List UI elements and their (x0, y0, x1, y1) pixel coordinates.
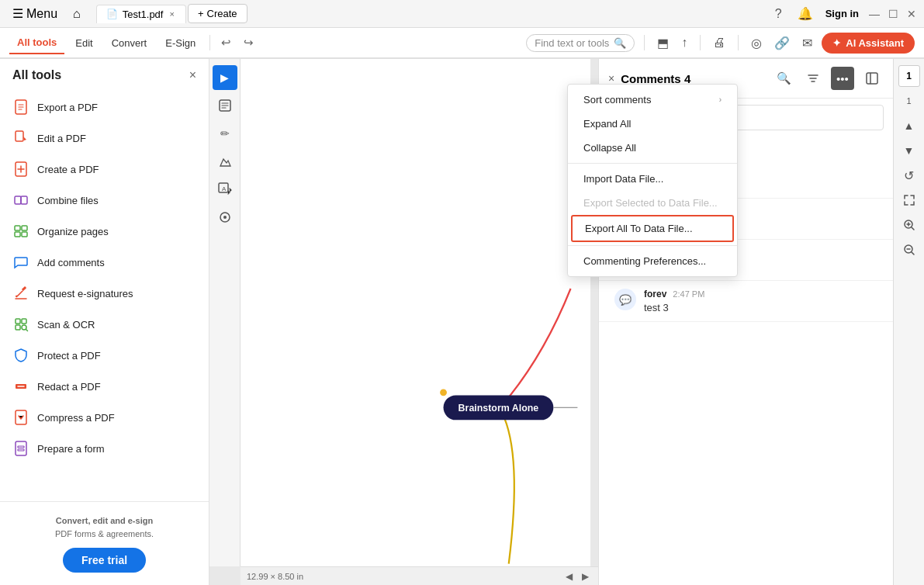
sidebar-list: Export a PDF Edit a PDF Create a PDF Com… (0, 88, 209, 501)
edit-pdf-label: Edit a PDF (37, 133, 86, 144)
combine-icon (12, 192, 29, 209)
canvas-tool-shape[interactable] (213, 149, 237, 174)
close-button[interactable]: ✕ (905, 8, 918, 20)
sidebar-item-create-pdf[interactable]: Create a PDF (0, 154, 209, 185)
sidebar-footer-text: Convert, edit and e-sign PDF forms & agr… (12, 514, 196, 540)
dropdown-commenting-prefs[interactable]: Commenting Preferences... (568, 249, 737, 273)
toolbar-separator-2 (644, 35, 645, 50)
find-tools-input[interactable]: Find text or tools 🔍 (526, 34, 635, 52)
refresh-button[interactable]: ↺ (898, 164, 920, 186)
comments-panel-toggle[interactable] (860, 67, 884, 90)
free-trial-button[interactable]: Free trial (63, 548, 146, 573)
sidebar-item-organize[interactable]: Organize pages (0, 216, 209, 247)
tab-close-button[interactable]: × (168, 9, 175, 19)
sign-in-button[interactable]: Sign in (825, 8, 859, 19)
dropdown-sort-comments[interactable]: Sort comments › (568, 88, 737, 112)
tab-test1pdf[interactable]: 📄 Test1.pdf × (96, 5, 186, 23)
canvas-tool-draw[interactable]: ✏ (213, 121, 237, 146)
sidebar-item-scan-ocr[interactable]: Scan & OCR (0, 309, 209, 340)
protect-icon (12, 347, 29, 364)
maximize-button[interactable]: ☐ (887, 8, 899, 20)
canvas-content[interactable]: Brainstorm Alone (241, 59, 598, 566)
title-bar-right: ? 🔔 Sign in — ☐ ✕ (772, 3, 918, 24)
sidebar-item-esign[interactable]: Request e-signatures (0, 278, 209, 309)
canvas-toolbar: ▶ ✏ A (209, 59, 241, 566)
email-icon[interactable]: ✉ (799, 33, 815, 54)
dropdown-collapse-all[interactable]: Collapse All (568, 136, 737, 160)
print-icon[interactable]: 🖨 (710, 33, 728, 53)
zoom-out-button[interactable] (898, 239, 920, 261)
menu-button[interactable]: ☰ Menu (6, 3, 64, 24)
link-icon[interactable]: 🔗 (771, 33, 793, 54)
sidebar-item-edit-pdf[interactable]: Edit a PDF (0, 123, 209, 154)
undo-button[interactable]: ↩ (216, 33, 236, 52)
canvas-next-button[interactable]: ▶ (579, 570, 592, 583)
zoom-in-button[interactable] (898, 214, 920, 236)
svg-text:A: A (222, 185, 227, 192)
sidebar-item-comments[interactable]: Add comments (0, 247, 209, 278)
sidebar-item-compress[interactable]: Compress a PDF (0, 402, 209, 433)
minimize-button[interactable]: — (868, 8, 881, 20)
tab-edit[interactable]: Edit (67, 33, 100, 54)
create-label: Create (207, 8, 237, 19)
canvas-tool-annotate[interactable] (213, 93, 237, 118)
tab-esign[interactable]: E-Sign (157, 33, 203, 54)
svg-point-22 (223, 216, 227, 219)
dropdown-export-all[interactable]: Export All To Data File... (571, 215, 734, 242)
footer-line1: Convert, edit and e-sign (56, 516, 153, 525)
canvas-prev-button[interactable]: ◀ (562, 570, 576, 583)
comment-meta-4: forev 2:47 PM (644, 289, 884, 299)
dropdown-divider-1 (568, 163, 737, 164)
find-text: Find text or tools (535, 37, 609, 49)
page-down-button[interactable]: ▼ (898, 140, 920, 161)
current-page-box[interactable]: 1 (898, 65, 920, 87)
ai-assistant-button[interactable]: ✦ AI Assistant (822, 33, 915, 54)
tab-convert[interactable]: Convert (104, 33, 155, 54)
sidebar-item-protect[interactable]: Protect a PDF (0, 340, 209, 371)
comments-search-button[interactable]: 🔍 (772, 67, 795, 90)
fit-page-button[interactable] (898, 189, 920, 211)
toolbar-separator-1 (209, 35, 210, 50)
comment-time-4: 2:47 PM (673, 289, 704, 299)
sidebar-item-combine[interactable]: Combine files (0, 185, 209, 216)
canvas-tool-select[interactable]: ▶ (213, 65, 237, 90)
notification-icon[interactable]: 🔔 (794, 3, 816, 24)
comments-filter-button[interactable] (801, 67, 825, 90)
svg-text:Brainstorm Alone: Brainstorm Alone (459, 403, 539, 414)
create-pdf-icon (12, 161, 29, 178)
view-toggle-icon[interactable]: ⬒ (654, 33, 672, 54)
sidebar-footer: Convert, edit and e-sign PDF forms & agr… (0, 501, 209, 585)
svg-rect-9 (16, 319, 20, 324)
tab-all-tools[interactable]: All tools (9, 32, 64, 54)
ai-label: AI Assistant (846, 37, 904, 49)
comment-author-4: forev (644, 289, 666, 299)
esign-icon (12, 285, 29, 302)
canvas-tool-crop[interactable] (213, 205, 237, 230)
svg-rect-10 (22, 319, 26, 324)
svg-rect-8 (22, 232, 27, 237)
canvas-tool-text-ai[interactable]: A (213, 177, 237, 202)
comments-close-button[interactable]: × (608, 72, 614, 85)
magnify-icon[interactable]: ◎ (748, 33, 765, 54)
svg-rect-11 (16, 325, 20, 330)
create-plus-icon: + (198, 8, 204, 19)
create-button[interactable]: + Create (188, 4, 247, 23)
export-pdf-icon (12, 99, 29, 116)
sidebar-item-export-pdf[interactable]: Export a PDF (0, 92, 209, 123)
page-up-button[interactable]: ▲ (898, 115, 920, 137)
dropdown-expand-all[interactable]: Expand All (568, 112, 737, 136)
dropdown-import-data[interactable]: Import Data File... (568, 167, 737, 191)
sidebar-title: All tools (12, 68, 61, 82)
upload-icon[interactable]: ↑ (678, 33, 690, 53)
redo-button[interactable]: ↪ (239, 33, 258, 52)
sort-arrow-icon: › (719, 95, 722, 104)
sidebar-close-button[interactable]: × (189, 68, 196, 82)
home-button[interactable]: ⌂ (67, 4, 87, 24)
svg-point-25 (440, 389, 447, 396)
sidebar-item-redact[interactable]: Redact a PDF (0, 371, 209, 402)
dropdown-divider-2 (568, 245, 737, 246)
help-icon[interactable]: ? (772, 4, 785, 24)
sidebar-item-prepare-form[interactable]: Prepare a form (0, 433, 209, 464)
comments-more-button[interactable]: ••• (831, 67, 854, 90)
compress-icon (12, 409, 29, 426)
